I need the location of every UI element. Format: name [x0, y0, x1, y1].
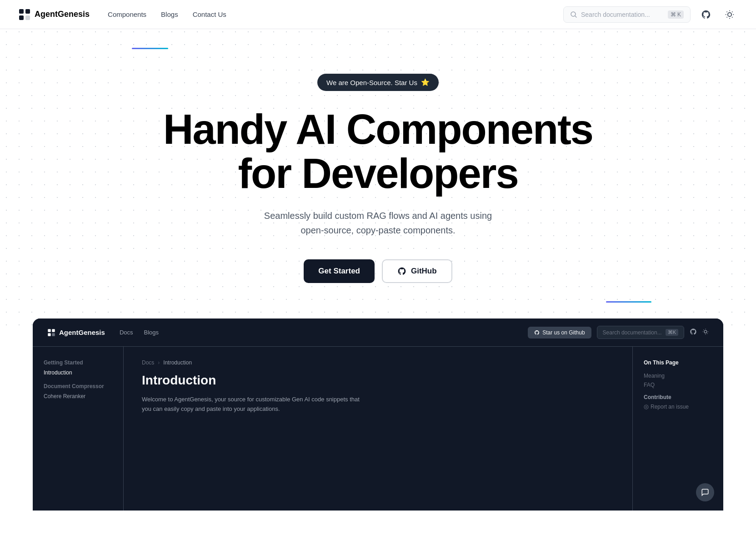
github-button[interactable]: GitHub — [382, 259, 452, 283]
svg-point-5 — [728, 12, 731, 16]
svg-line-21 — [703, 329, 704, 330]
github-icon — [701, 10, 711, 20]
breadcrumb-root: Docs — [142, 359, 154, 366]
svg-rect-16 — [48, 333, 50, 336]
logo-text: AgentGenesis — [35, 10, 90, 19]
preview-nav-blogs[interactable]: Blogs — [144, 329, 159, 336]
theme-toggle-button[interactable] — [721, 6, 738, 23]
preview-toc-contribute: Contribute — [644, 394, 712, 400]
hero-title-line1: Handy AI Components — [163, 106, 593, 152]
preview-search-text: Search documentation... — [603, 329, 662, 336]
get-started-button[interactable]: Get Started — [304, 259, 375, 283]
preview-sidebar: Getting Started Introduction Document Co… — [33, 347, 124, 511]
main-nav: AgentGenesis Components Blogs Contact Us… — [0, 0, 756, 29]
preview-github-icon — [534, 330, 540, 335]
svg-point-25 — [646, 406, 647, 408]
svg-line-8 — [727, 11, 727, 12]
hero-section: We are Open-Source. Star Us ⭐ Handy AI C… — [0, 0, 756, 328]
preview-breadcrumb: Docs › Introduction — [142, 359, 614, 366]
nav-links: Components Blogs Contact Us — [108, 10, 545, 18]
preview-github-btn[interactable] — [690, 328, 697, 337]
nav-right: Search documentation... ⌘ K — [563, 6, 738, 23]
sidebar-group-doc-compressor: Document Compressor Cohere Reranker — [33, 381, 123, 403]
preview-doc-text: Welcome to AgentGenesis, your source for… — [142, 395, 369, 414]
sidebar-item-cohere[interactable]: Cohere Reranker — [44, 391, 112, 401]
preview-toc-meaning[interactable]: Meaning — [644, 371, 712, 380]
preview-chat-button[interactable] — [696, 483, 714, 501]
svg-line-9 — [732, 17, 732, 17]
sidebar-group-label-1: Getting Started — [44, 359, 112, 366]
preview-nav-links: Docs Blogs — [120, 329, 159, 336]
preview-star-text: Star us on Github — [542, 329, 585, 336]
preview-star-button[interactable]: Star us on Github — [528, 327, 591, 339]
svg-point-18 — [704, 330, 707, 333]
preview-nav: AgentGenesis Docs Blogs Star us on Githu… — [33, 319, 723, 347]
sidebar-item-introduction[interactable]: Introduction — [44, 368, 112, 378]
svg-rect-17 — [52, 333, 55, 336]
deco-line-left — [132, 48, 168, 49]
preview-nav-right: Star us on Github Search documentation..… — [528, 326, 709, 339]
hero-title: Handy AI Components for Developers — [163, 107, 593, 195]
hero-subtitle: Seamlessly build custom RAG flows and AI… — [260, 208, 496, 238]
hero-title-line2: for Developers — [238, 150, 518, 197]
preview-theme-btn[interactable] — [702, 329, 709, 337]
preview-search-kbd: ⌘K — [666, 329, 678, 336]
preview-toc-title: On This Page — [644, 359, 712, 366]
preview-section: AgentGenesis Docs Blogs Star us on Githu… — [33, 319, 723, 511]
breadcrumb-separator: › — [158, 359, 160, 366]
svg-rect-0 — [19, 9, 24, 14]
svg-rect-3 — [25, 15, 30, 20]
search-icon — [570, 11, 577, 18]
hero-badge-text: We are Open-Source. Star Us — [326, 79, 417, 86]
nav-link-contact[interactable]: Contact Us — [193, 10, 226, 18]
svg-rect-14 — [48, 329, 50, 332]
hero-badge-emoji: ⭐ — [421, 78, 430, 86]
svg-line-22 — [707, 333, 708, 334]
preview-search-bar[interactable]: Search documentation... ⌘K — [597, 326, 684, 339]
preview-container: AgentGenesis Docs Blogs Star us on Githu… — [0, 319, 756, 511]
hero-buttons: Get Started GitHub — [304, 259, 452, 283]
settings-icon — [644, 404, 649, 410]
preview-content: Getting Started Introduction Document Co… — [33, 347, 723, 511]
breadcrumb-current: Introduction — [163, 359, 192, 366]
svg-rect-1 — [25, 9, 30, 14]
preview-main: Docs › Introduction Introduction Welcome… — [124, 347, 632, 511]
sidebar-group-label-2: Document Compressor — [44, 383, 112, 389]
preview-logo-text: AgentGenesis — [59, 329, 105, 336]
svg-rect-15 — [52, 329, 55, 332]
chat-icon — [701, 488, 709, 496]
preview-toc-faq[interactable]: FAQ — [644, 380, 712, 389]
svg-line-12 — [727, 17, 727, 17]
nav-link-components[interactable]: Components — [108, 10, 146, 18]
hero-badge[interactable]: We are Open-Source. Star Us ⭐ — [317, 74, 439, 91]
github-btn-icon — [397, 267, 406, 276]
preview-logo: AgentGenesis — [47, 329, 105, 337]
preview-nav-docs[interactable]: Docs — [120, 329, 133, 336]
logo[interactable]: AgentGenesis — [18, 8, 90, 21]
preview-toc-report[interactable]: Report an issue — [644, 402, 712, 411]
github-btn-text: GitHub — [411, 267, 437, 276]
svg-line-13 — [732, 11, 732, 12]
deco-line-right — [606, 301, 651, 303]
github-icon-button[interactable] — [698, 6, 714, 23]
nav-link-blogs[interactable]: Blogs — [161, 10, 178, 18]
preview-logo-icon — [47, 329, 55, 337]
preview-toc-report-text: Report an issue — [651, 404, 689, 410]
search-bar[interactable]: Search documentation... ⌘ K — [563, 6, 691, 23]
svg-rect-2 — [19, 15, 24, 20]
logo-icon — [18, 8, 31, 21]
search-kbd: ⌘ K — [668, 10, 684, 19]
preview-doc-title: Introduction — [142, 373, 614, 388]
sidebar-group-getting-started: Getting Started Introduction — [33, 358, 123, 379]
sun-icon — [725, 10, 734, 19]
search-placeholder-text: Search documentation... — [581, 11, 664, 18]
